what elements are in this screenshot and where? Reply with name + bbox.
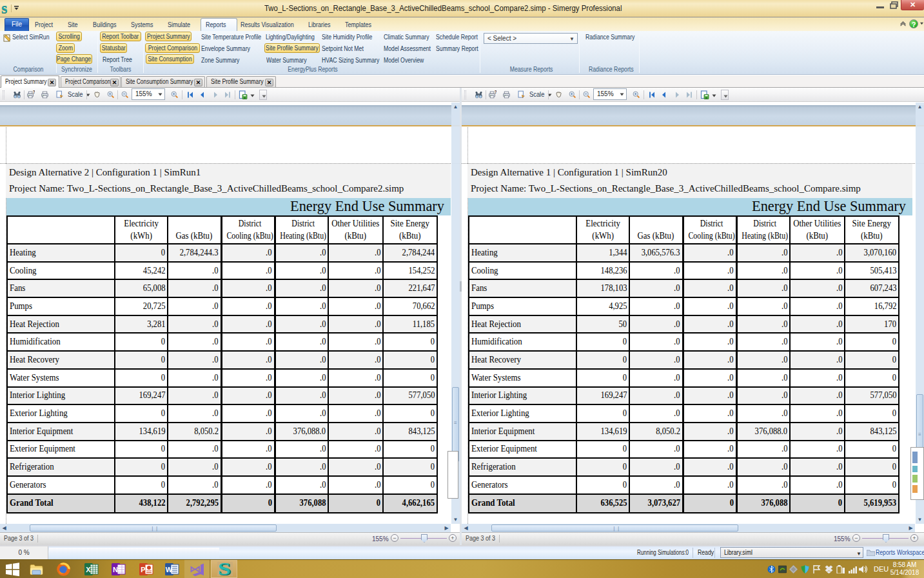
svg-text:?: ? [495, 90, 496, 94]
svg-text:P: P [141, 566, 145, 573]
svg-text:N: N [113, 566, 118, 573]
svg-text:S: S [218, 561, 231, 577]
svg-text:?: ? [33, 90, 35, 94]
svg-text:W: W [166, 566, 173, 573]
svg-text:X: X [86, 566, 91, 573]
